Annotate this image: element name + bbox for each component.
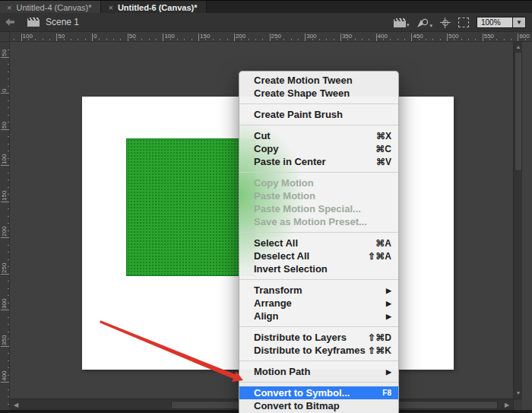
zoom-dropdown-button[interactable]: ▼	[513, 17, 526, 28]
menu-item[interactable]: Transform▶	[239, 284, 398, 297]
selected-green-rectangle[interactable]	[126, 138, 255, 276]
tab-title: Untitled-6 (Canvas)*	[118, 3, 198, 12]
menu-item[interactable]: Deselect All⇧⌘A	[239, 249, 398, 262]
menu-item-label: Copy	[254, 143, 375, 154]
scroll-left-icon[interactable]: ◀	[11, 399, 21, 411]
center-frame-button[interactable]	[440, 17, 451, 28]
menu-item[interactable]: Cut⌘X	[239, 129, 398, 142]
ruler-tick	[8, 295, 9, 296]
menu-item[interactable]: Paste Motion	[239, 189, 398, 202]
menu-item[interactable]: Convert to Symbol...F8	[239, 386, 398, 399]
ruler-tick	[432, 39, 433, 40]
ruler-tick	[489, 39, 490, 40]
menu-item[interactable]: Create Shape Tween	[239, 87, 398, 100]
menu-item-label: Invert Selection	[254, 263, 391, 275]
menu-item[interactable]: Convert to Bitmap	[239, 399, 398, 412]
ruler-label: 0	[93, 33, 97, 40]
back-button[interactable]	[0, 15, 20, 29]
menu-item[interactable]: Invert Selection	[239, 262, 398, 275]
ruler-tick	[99, 39, 100, 40]
scroll-right-icon[interactable]: ▶	[502, 399, 511, 411]
ruler-tick	[8, 71, 9, 72]
menu-item[interactable]: Create Motion Tween	[239, 74, 398, 87]
scroll-up-icon[interactable]: ▲	[514, 43, 523, 51]
menu-item[interactable]: Align▶	[239, 310, 398, 322]
ruler-tick	[8, 194, 9, 195]
ruler-tick	[49, 39, 50, 40]
ruler-tick	[362, 39, 363, 40]
tab-untitled-4[interactable]: × Untitled-4 (Canvas)*	[0, 1, 101, 14]
menu-item-label: Copy Motion	[254, 177, 391, 189]
close-icon[interactable]: ×	[7, 3, 11, 12]
menu-item[interactable]: Motion Path▶	[239, 365, 398, 378]
ruler-tick	[28, 39, 29, 40]
ruler-tick	[1, 346, 9, 347]
edit-symbols-button[interactable]: ▾	[416, 17, 432, 28]
work-area: 1005005010015020025030035040045050055060…	[0, 32, 532, 413]
menu-item[interactable]: Paste in Center⌘V	[239, 155, 398, 168]
ruler-tick	[426, 39, 426, 40]
ruler-tick	[8, 122, 9, 122]
menu-item[interactable]: Select All⌘A	[239, 237, 398, 249]
menu-item[interactable]: Paste Motion Special...	[239, 202, 398, 215]
scroll-down-icon[interactable]: ▼	[514, 389, 523, 397]
ruler-tick	[8, 324, 9, 325]
ruler-tick	[447, 33, 448, 42]
animate-app-window: × Untitled-4 (Canvas)* × Untitled-6 (Can…	[0, 0, 532, 413]
menu-item-shortcut: ⌘C	[375, 144, 391, 154]
scene-name: Scene 1	[46, 17, 79, 27]
submenu-arrow-icon: ▶	[386, 287, 391, 294]
ruler-tick	[525, 39, 526, 40]
ruler-tick	[21, 33, 22, 42]
ruler-tick	[475, 39, 476, 40]
ruler-tick	[468, 39, 469, 40]
clip-content-button[interactable]	[458, 17, 469, 27]
ruler-tick	[8, 208, 9, 209]
ruler-tick	[43, 39, 43, 40]
menu-item-shortcut: ⇧⌘A	[368, 251, 391, 262]
tab-untitled-6[interactable]: × Untitled-6 (Canvas)*	[101, 1, 207, 14]
scene-breadcrumb[interactable]: Scene 1	[27, 17, 79, 27]
ruler-tick	[397, 39, 398, 40]
menu-item[interactable]: Arrange▶	[239, 297, 398, 310]
vertical-scrollbar[interactable]: ▲ ▼	[513, 42, 522, 399]
ruler-tick	[85, 39, 86, 40]
scene-clapper-icon	[27, 17, 40, 27]
ruler-tick	[106, 39, 107, 40]
ruler-tick	[8, 78, 9, 79]
edit-scene-button[interactable]: ▾	[394, 18, 410, 27]
tab-title: Untitled-4 (Canvas)*	[16, 3, 91, 12]
ruler-tick	[383, 39, 384, 40]
menu-item[interactable]: Distribute to Layers⇧⌘D	[239, 331, 398, 344]
menu-item[interactable]: Distribute to Keyframes⇧⌘K	[239, 344, 398, 357]
ruler-tick	[8, 396, 9, 397]
menu-separator	[239, 232, 398, 233]
ruler-tick	[511, 39, 511, 40]
submenu-arrow-icon: ▶	[386, 313, 391, 320]
ruler-tick	[8, 136, 9, 137]
menu-item[interactable]: Create Paint Brush	[239, 108, 398, 121]
ruler-tick	[334, 39, 334, 40]
ruler-tick	[128, 33, 128, 42]
menu-item[interactable]: Copy⌘C	[239, 142, 398, 155]
chevron-down-icon: ▾	[429, 24, 432, 28]
ruler-tick	[8, 259, 9, 260]
menu-item[interactable]: Copy Motion	[239, 176, 398, 189]
chevron-down-icon: ▾	[407, 23, 410, 27]
ruler-tick	[198, 33, 199, 42]
ruler-tick	[291, 39, 292, 40]
menu-item-shortcut: ⌘V	[376, 157, 391, 167]
vertical-scrollbar-thumb[interactable]	[515, 52, 522, 171]
menu-item-shortcut: ⌘A	[375, 238, 391, 249]
ruler-tick	[8, 49, 9, 50]
ruler-tick	[270, 33, 271, 42]
ruler-tick	[156, 39, 157, 40]
zoom-level-field[interactable]: 100%	[477, 17, 513, 28]
menu-item-label: Paste in Center	[254, 156, 376, 167]
submenu-arrow-icon: ▶	[386, 300, 391, 307]
menu-item[interactable]: Save as Motion Preset...	[239, 215, 398, 228]
ruler-tick	[113, 39, 114, 40]
close-icon[interactable]: ×	[108, 3, 112, 12]
menu-separator	[239, 361, 398, 361]
edit-symbols-icon	[416, 17, 429, 28]
